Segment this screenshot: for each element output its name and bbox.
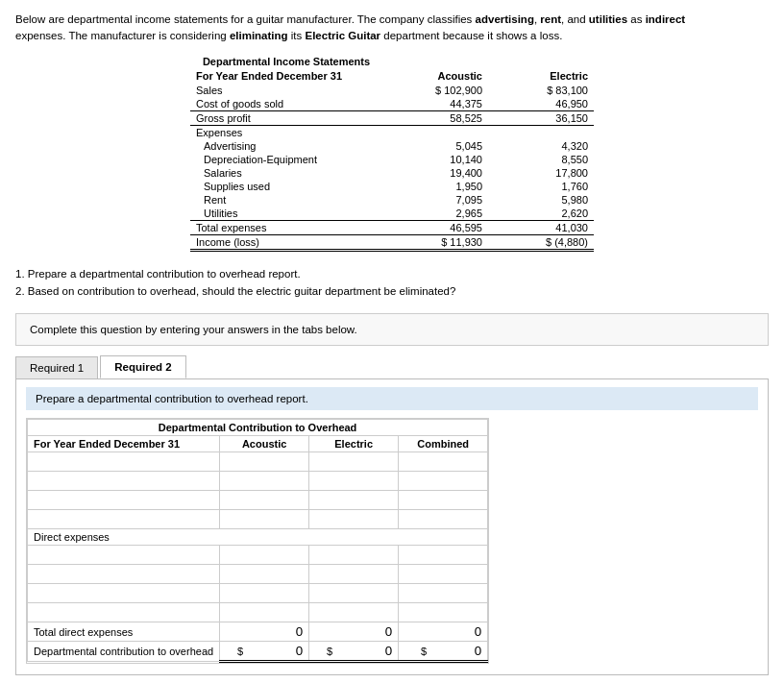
- contrib-row1-acoustic[interactable]: [220, 452, 309, 472]
- income-col-electric: Electric: [488, 69, 594, 84]
- income-sup-acoustic: 1,950: [382, 180, 488, 193]
- income-gp-acoustic: 58,525: [382, 110, 488, 125]
- contrib-table: Departmental Contribution to Overhead Fo…: [27, 419, 488, 663]
- tab-instruction: Prepare a departmental contribution to o…: [26, 387, 758, 410]
- contrib-overhead-label: Departmental contribution to overhead: [28, 642, 220, 662]
- contrib-overhead-combined[interactable]: $: [399, 642, 488, 662]
- contrib-row3-acoustic[interactable]: [220, 491, 309, 510]
- income-rent-acoustic: 7,095: [382, 193, 488, 207]
- contrib-row1-label: [28, 452, 220, 472]
- contrib-overhead-row: Departmental contribution to overhead $ …: [28, 642, 488, 662]
- income-dep-electric: 8,550: [488, 153, 594, 166]
- income-cogs-electric: 46,950: [488, 97, 594, 111]
- contrib-drow1-acoustic[interactable]: [220, 546, 309, 565]
- income-sup-label: Supplies used: [190, 180, 382, 193]
- table-row: [28, 546, 488, 565]
- total-direct-row: Total direct expenses: [28, 622, 488, 642]
- contrib-row4-combined[interactable]: [399, 510, 488, 529]
- contrib-drow3-acoustic[interactable]: [220, 584, 309, 603]
- table-row: [28, 472, 488, 491]
- contrib-row3-label: [28, 491, 220, 510]
- table-row: [28, 510, 488, 529]
- contrib-row2-label: [28, 472, 220, 491]
- income-sales-electric: $ 83,100: [488, 84, 594, 97]
- income-total-exp-acoustic: 46,595: [382, 220, 488, 234]
- questions-section: 1. Prepare a departmental contribution t…: [15, 265, 769, 301]
- income-util-electric: 2,620: [488, 207, 594, 221]
- table-row: [28, 603, 488, 622]
- table-row: [28, 584, 488, 603]
- contrib-drow3-label: [28, 584, 220, 603]
- contrib-col-electric: Electric: [309, 436, 399, 452]
- income-cogs-label: Cost of goods sold: [190, 97, 382, 111]
- contrib-row1-combined[interactable]: [399, 452, 488, 472]
- contrib-row1-electric[interactable]: [309, 452, 399, 472]
- contrib-row4-acoustic[interactable]: [220, 510, 309, 529]
- table-row: [28, 565, 488, 584]
- contrib-drow4-combined[interactable]: [399, 603, 488, 622]
- contrib-drow1-label: [28, 546, 220, 565]
- income-adv-electric: 4,320: [488, 139, 594, 153]
- income-expenses-header: Expenses: [190, 125, 382, 139]
- income-adv-label: Advertising: [190, 139, 382, 153]
- income-sales-label: Sales: [190, 84, 382, 97]
- income-sales-acoustic: $ 102,900: [382, 84, 488, 97]
- contrib-drow1-combined[interactable]: [399, 546, 488, 565]
- contrib-drow4-acoustic[interactable]: [220, 603, 309, 622]
- income-year-label: For Year Ended December 31: [190, 69, 382, 84]
- contrib-row3-combined[interactable]: [399, 491, 488, 510]
- income-sal-label: Salaries: [190, 166, 382, 180]
- income-dep-label: Depreciation-Equipment: [190, 153, 382, 166]
- contrib-table-wrapper: Departmental Contribution to Overhead Fo…: [26, 418, 489, 664]
- contrib-row2-combined[interactable]: [399, 472, 488, 491]
- contrib-row4-electric[interactable]: [309, 510, 399, 529]
- income-sal-acoustic: 19,400: [382, 166, 488, 180]
- contrib-drow3-combined[interactable]: [399, 584, 488, 603]
- intro-paragraph: Below are departmental income statements…: [15, 12, 765, 45]
- contrib-col-combined: Combined: [399, 436, 488, 452]
- contrib-drow3-electric[interactable]: [309, 584, 399, 603]
- contrib-col-acoustic: Acoustic: [220, 436, 309, 452]
- contrib-col-year: For Year Ended December 31: [28, 436, 220, 452]
- table-row: [28, 491, 488, 510]
- tab-content-area: Prepare a departmental contribution to o…: [15, 378, 769, 675]
- income-cogs-acoustic: 44,375: [382, 97, 488, 111]
- income-total-exp-electric: 41,030: [488, 220, 594, 234]
- income-dep-acoustic: 10,140: [382, 153, 488, 166]
- income-sup-electric: 1,760: [488, 180, 594, 193]
- income-sal-electric: 17,800: [488, 166, 594, 180]
- tab-instruction-text: Prepare a departmental contribution to o…: [36, 393, 308, 404]
- income-title: Departmental Income Statements: [190, 55, 382, 69]
- income-adv-acoustic: 5,045: [382, 139, 488, 153]
- income-loss-label: Income (loss): [190, 234, 382, 250]
- contrib-overhead-electric[interactable]: $: [309, 642, 399, 662]
- total-direct-combined[interactable]: [399, 622, 488, 642]
- income-loss-acoustic: $ 11,930: [382, 234, 488, 250]
- total-direct-acoustic[interactable]: [220, 622, 309, 642]
- income-util-label: Utilities: [190, 207, 382, 221]
- total-direct-electric[interactable]: [309, 622, 399, 642]
- tab-required-1[interactable]: Required 1: [15, 356, 98, 378]
- contrib-overhead-acoustic[interactable]: $: [220, 642, 309, 662]
- contrib-drow2-acoustic[interactable]: [220, 565, 309, 584]
- income-util-acoustic: 2,965: [382, 207, 488, 221]
- income-rent-electric: 5,980: [488, 193, 594, 207]
- income-rent-label: Rent: [190, 193, 382, 207]
- contrib-drow1-electric[interactable]: [309, 546, 399, 565]
- contrib-drow4-label: [28, 603, 220, 622]
- direct-expenses-label-row: Direct expenses: [28, 529, 488, 546]
- tab-required-2[interactable]: Required 2: [100, 355, 185, 378]
- income-gp-label: Gross profit: [190, 110, 382, 125]
- contrib-row3-electric[interactable]: [309, 491, 399, 510]
- contrib-drow2-electric[interactable]: [309, 565, 399, 584]
- contrib-table-title: Departmental Contribution to Overhead: [28, 420, 488, 436]
- contrib-row2-electric[interactable]: [309, 472, 399, 491]
- income-total-exp-label: Total expenses: [190, 220, 382, 234]
- contrib-drow4-electric[interactable]: [309, 603, 399, 622]
- income-gp-electric: 36,150: [488, 110, 594, 125]
- complete-box-text: Complete this question by entering your …: [30, 324, 357, 335]
- contrib-row2-acoustic[interactable]: [220, 472, 309, 491]
- complete-box: Complete this question by entering your …: [15, 313, 769, 346]
- income-statement-section: Departmental Income Statements For Year …: [15, 55, 769, 252]
- contrib-drow2-combined[interactable]: [399, 565, 488, 584]
